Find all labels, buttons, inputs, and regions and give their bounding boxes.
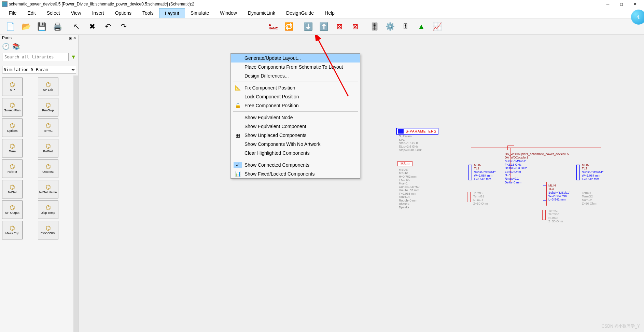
watermark: CSDN @小张同学_Y xyxy=(602,323,640,329)
termg1[interactable] xyxy=(467,192,471,202)
menu-window[interactable]: Window xyxy=(214,8,242,18)
filter-icon[interactable]: ▼ xyxy=(71,54,76,60)
menu-file[interactable]: File xyxy=(3,8,22,18)
layout-dropdown: Generate/Update Layout...Place Component… xyxy=(230,53,360,179)
menu-item[interactable]: 📐Fix Component Position xyxy=(231,83,360,92)
print-icon[interactable]: 🖨️ xyxy=(50,20,65,33)
layout-icon[interactable]: 🔁 xyxy=(281,20,296,33)
down-icon[interactable]: ⬇️ xyxy=(300,20,316,33)
palette-item[interactable]: ⌬S P xyxy=(2,78,23,96)
history-icon[interactable]: 🕐 xyxy=(2,43,10,50)
redo-icon[interactable]: ↷ xyxy=(116,20,131,33)
term3-params: TermGTermG3Num=3Z=50 Ohm xyxy=(548,209,563,223)
palette-item[interactable]: ⌬Term xyxy=(2,139,23,157)
menu-item[interactable]: ✓Show Connected Components xyxy=(231,161,360,169)
menu-item[interactable]: Show Components With No Artwork xyxy=(231,140,360,149)
parts-search-input[interactable] xyxy=(2,53,69,61)
mlin-tl3[interactable] xyxy=(543,185,546,201)
palette-item[interactable]: ⌬OscTest xyxy=(38,160,58,178)
save-icon[interactable]: 💾 xyxy=(34,20,49,33)
delete-icon[interactable]: ✖ xyxy=(85,20,100,33)
undo-icon[interactable]: ↶ xyxy=(100,20,115,33)
palette-item[interactable]: ⌬Sweep Plan xyxy=(2,98,23,116)
palette-item[interactable]: ⌬Meas Eqn xyxy=(2,221,23,239)
palette-item[interactable]: ⌬SP Lab xyxy=(38,78,58,96)
panel-close-icon[interactable]: ✕ xyxy=(73,36,76,40)
up-icon[interactable]: ⬆️ xyxy=(316,20,331,33)
close-button[interactable]: ✕ xyxy=(628,0,642,8)
graph-icon[interactable]: 📈 xyxy=(430,20,445,33)
menu-tools[interactable]: Tools xyxy=(137,8,159,18)
parts-palette: ⌬S P⌬SP Lab⌬Sweep Plan⌬PrmSwp⌬Options⌬Te… xyxy=(0,75,73,332)
menu-layout[interactable]: Layout xyxy=(159,8,185,18)
menu-item[interactable]: Lock Component Position xyxy=(231,92,360,101)
disable2-icon[interactable]: ⊠ xyxy=(348,20,363,33)
gear-icon[interactable]: ⚙️ xyxy=(382,20,397,33)
sparam-block[interactable]: S-PARAMETERS xyxy=(396,128,438,135)
menu-insert[interactable]: Insert xyxy=(87,8,110,18)
menu-view[interactable]: View xyxy=(66,8,87,18)
coupler-params: DA_WDCoupler1_schematic_power_device0.5D… xyxy=(505,152,569,184)
palette-item[interactable]: ⌬Disp Temp xyxy=(38,200,58,219)
menu-item[interactable]: Design Differences... xyxy=(231,71,360,80)
mlin-tl2[interactable] xyxy=(576,165,580,180)
menu-bar: FileEditSelectViewInsertOptionsToolsLayo… xyxy=(0,8,644,18)
title-bar: schematic_power_device0.5 [Power_Divice_… xyxy=(0,0,644,8)
library-select[interactable]: Simulation-S_Param xyxy=(2,66,76,73)
new-icon[interactable]: 📄 xyxy=(3,20,18,33)
parts-panel: Parts ▣ ✕ 🕐 📚 ▼ Simulation-S_Param ⌬S P⌬… xyxy=(0,35,79,332)
mlin-tl1[interactable] xyxy=(468,165,472,180)
coupler-symbol[interactable] xyxy=(507,146,514,150)
menu-item[interactable]: Show Equivalent Node xyxy=(231,113,360,122)
assist-badge[interactable]: 4. xyxy=(631,10,644,25)
app-icon xyxy=(2,1,8,7)
name-icon[interactable]: ◆NAME xyxy=(266,20,281,33)
menu-edit[interactable]: Edit xyxy=(22,8,41,18)
menu-item[interactable]: ▦Show Unplaced Components xyxy=(231,131,360,140)
palette-item[interactable]: ⌬TermG xyxy=(38,119,58,137)
msub-params: MSUBMSub1H=0.762 mmEr=2.65Mur=1Cond=1.0E… xyxy=(399,168,420,209)
menu-simulate[interactable]: Simulate xyxy=(185,8,214,18)
menu-help[interactable]: Help xyxy=(319,8,340,18)
palette-scrollbar[interactable] xyxy=(73,75,78,332)
library-icon[interactable]: 📚 xyxy=(12,43,20,50)
undock-icon[interactable]: ▣ xyxy=(69,36,72,40)
parts-panel-title: Parts xyxy=(2,36,12,40)
menu-item[interactable]: Clear Highlighted Components xyxy=(231,149,360,157)
menu-options[interactable]: Options xyxy=(110,8,137,18)
msub-block[interactable]: MSub xyxy=(397,161,412,166)
pointer-icon[interactable]: ↖ xyxy=(69,20,84,33)
menu-item[interactable]: Generate/Update Layout... xyxy=(231,54,360,63)
menu-designguide[interactable]: DesignGuide xyxy=(281,8,319,18)
palette-item[interactable]: ⌬PrmSwp xyxy=(38,98,58,116)
palette-item[interactable]: ⌬RefNet xyxy=(38,139,58,157)
termg3[interactable] xyxy=(542,210,546,220)
termg2[interactable] xyxy=(576,192,579,202)
window-title: schematic_power_device0.5 [Power_Divice_… xyxy=(9,2,194,6)
menu-item[interactable]: 🔓Free Component Position xyxy=(231,101,360,110)
menu-item[interactable]: 📊Show Fixed/Locked Components xyxy=(231,169,360,178)
maximize-button[interactable]: ◻ xyxy=(615,0,628,8)
palette-item[interactable]: ⌬Options xyxy=(2,119,23,137)
palette-item[interactable]: ⌬RefNet xyxy=(2,160,23,178)
parts-panel-header: Parts ▣ ✕ xyxy=(0,35,78,41)
tl3-params: MLINTL3Subst="MSub1"W=2.084 mmL=3.542 mm xyxy=(548,184,570,202)
menu-dynamiclink[interactable]: DynamicLink xyxy=(242,8,281,18)
tree-icon[interactable]: ▲ xyxy=(414,20,429,33)
menu-item[interactable]: Place Components From Schematic To Layou… xyxy=(231,63,360,71)
palette-item[interactable]: ⌬NdSet Name xyxy=(38,180,58,198)
palette-item[interactable]: ⌬EMCOSIM xyxy=(38,221,58,239)
tune-icon[interactable]: 🎚️ xyxy=(367,20,382,33)
wire xyxy=(471,148,601,148)
menu-item[interactable]: Show Equivalent Component xyxy=(231,122,360,131)
sparam-params: S_ParamSP1Start=1.6 GHzStop=2.6 GHzStep=… xyxy=(399,135,422,152)
schematic-canvas[interactable]: Generate/Update Layout...Place Component… xyxy=(79,35,644,332)
palette-item[interactable]: ⌬NdSet xyxy=(2,180,23,198)
menu-select[interactable]: Select xyxy=(41,8,66,18)
wire xyxy=(546,182,547,206)
palette-item[interactable]: ⌬SP Output xyxy=(2,200,23,219)
disable1-icon[interactable]: ⊠ xyxy=(332,20,347,33)
open-icon[interactable]: 📂 xyxy=(18,20,33,33)
minimize-button[interactable]: ─ xyxy=(601,0,615,8)
probe-icon[interactable]: 🎚 xyxy=(398,20,413,33)
